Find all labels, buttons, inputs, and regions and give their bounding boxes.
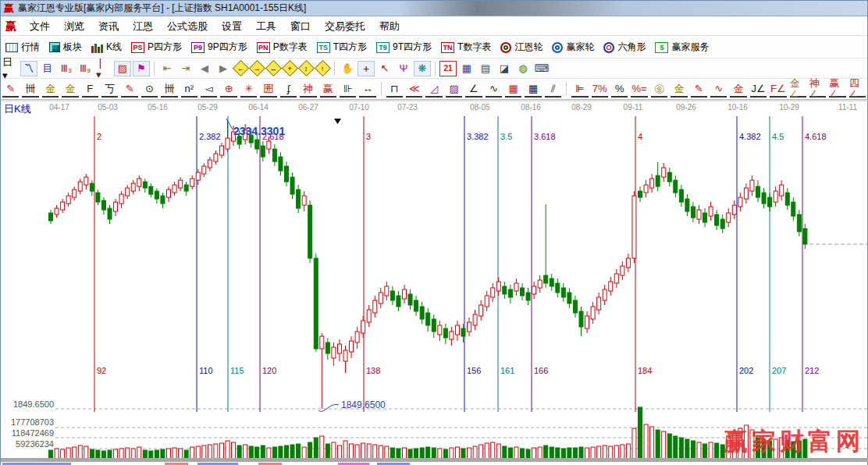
save-icon[interactable]: ◪ [496,61,513,76]
draw-tool-group2-6[interactable]: ▦ [505,81,521,98]
draw-tool-group2-1[interactable]: ≪ [406,81,422,98]
draw-tool-group3-12[interactable]: 神∠ [809,81,826,98]
draw-tool-group1-16[interactable]: 赢 [320,81,336,98]
draw-tool-group1-7[interactable]: ⊙ [141,81,158,98]
draw-tool-group3-11[interactable]: 金∠ [790,81,806,98]
toolbar-button-t-square[interactable]: TST四方形 [312,39,372,55]
toolbar-button-kline[interactable]: K线 [87,39,126,55]
draw-tool-group1-1[interactable]: 卌 [22,81,38,98]
dia-right-icon[interactable]: → [249,60,265,76]
draw-tool-group2-5[interactable]: ∿ [486,81,502,98]
draw-tool-group1-5[interactable]: 丂 [101,81,118,98]
dia-up-icon[interactable]: ↑ [315,60,331,76]
color-flag-icon[interactable]: ⚑ [133,61,150,76]
volume-bar [662,431,666,460]
first-page-icon[interactable]: ⇤ [158,61,176,76]
volume-bar [468,448,471,460]
draw-tool-group2-0[interactable]: ⊓ [386,81,403,98]
draw-tool-group1-3[interactable]: 金 [62,81,78,98]
draw-tool-group3-5[interactable]: 金 [671,81,687,98]
brain-icon[interactable]: ❋ [414,61,431,76]
calculator-icon[interactable]: ▦ [458,61,475,76]
computer-icon[interactable]: ⌨ [533,61,550,76]
draw-tool-group3-10[interactable]: F∠ [770,81,786,98]
draw-tool-group1-18[interactable]: ↔ [359,81,375,98]
draw-tool-group3-6[interactable]: ✎ [691,81,707,98]
menu-item-2[interactable]: 资讯 [91,18,126,35]
info-f10-icon[interactable]: 目 [39,61,56,76]
candlestick-chart[interactable]: 04-1705-0305-1605-2906-1406-2707-1007-23… [1,100,868,462]
hand-icon[interactable]: ✋ [339,61,356,76]
draw-tool-group1-10[interactable]: ◅ [201,81,217,98]
toolbar-button-p-square[interactable]: PSP四方形 [126,39,187,55]
candle-style-dropdown[interactable]: ❘ ▾ [95,61,112,76]
calendar21-icon[interactable]: 21 [439,61,457,76]
trend-chart-icon[interactable]: 〽 [20,61,37,76]
last-page-icon[interactable]: ⇥ [177,61,194,76]
menu-item-5[interactable]: 设置 [215,18,249,35]
draw-tool-group1-2[interactable]: 金 [42,81,59,98]
menu-item-7[interactable]: 窗口 [283,18,318,35]
small-chart3-icon[interactable]: Ⅲ₃ [58,61,75,76]
toolbar-button-hexagon[interactable]: 六角形 [599,39,650,55]
draw-tool-group3-8[interactable]: 金 [730,81,746,98]
draw-tool-group1-15[interactable]: 神 [300,81,316,98]
measure-icon[interactable]: Ψ [395,61,412,76]
dia-left-icon[interactable]: ← [233,60,249,76]
menu-item-6[interactable]: 工具 [249,18,283,35]
crosshair-icon[interactable]: ＋ [358,61,375,76]
toolbar-button-winner-service[interactable]: $赢家服务 [650,39,713,55]
draw-tool-group1-8[interactable]: 卌 [161,81,177,98]
dia-vexpand-icon[interactable]: ↕ [298,60,315,76]
menu-item-9[interactable]: 帮助 [372,18,407,35]
draw-tool-group3-7[interactable]: ∿ [710,81,727,98]
prev-icon[interactable]: ◀ [196,61,213,76]
draw-tool-group3-3[interactable]: %= [631,81,647,98]
toolbar-button-9t-square[interactable]: T99T四方形 [372,39,436,55]
draw-tool-group3-13[interactable]: 赢∠ [829,81,845,98]
toolbar-button-sectors[interactable]: 板块 [44,39,87,55]
draw-tool-group1-17[interactable]: ⊪ [340,81,356,98]
notes-icon[interactable]: ▤ [477,61,494,76]
draw-tool-group2-2[interactable]: ◿ [425,81,442,98]
web-icon[interactable]: ◍ [514,61,532,76]
toolbar-button-t-number[interactable]: TNT数字表 [436,39,496,55]
toolbar-button-quotes[interactable]: 行情 [1,39,44,55]
period-dropdown[interactable]: 日 ▾ [2,61,19,76]
draw-tool-group3-2[interactable]: % [611,81,628,98]
draw-tool-group2-4[interactable]: ∠ [465,81,482,98]
draw-tool-group3-4[interactable]: ㊎ [651,81,667,98]
region-icon[interactable]: ▨ [114,61,131,76]
pointer-icon[interactable]: ↖ [376,61,393,76]
candle-body [320,336,324,349]
date-tick-label: 08-05 [470,103,490,112]
menu-item-1[interactable]: 浏览 [57,18,91,35]
menu-item-8[interactable]: 交易委托 [318,18,372,35]
dia-hexpand-icon[interactable]: ↔ [265,60,282,76]
draw-tool-group2-8[interactable]: ⫽ [545,81,561,98]
draw-tool-group1-6[interactable]: ✎ [121,81,137,98]
draw-tool-group1-0[interactable]: ✎ [2,81,19,98]
draw-tool-group2-7[interactable]: ▦ [525,81,541,98]
draw-tool-group1-12[interactable]: ✳ [240,81,257,98]
draw-tool-group3-14[interactable]: 四∠ [849,81,866,98]
dia-plus-icon[interactable]: + [282,60,298,76]
draw-tool-group3-1[interactable]: 7% [592,81,608,98]
next-icon[interactable]: ▶ [215,61,232,76]
draw-tool-group1-9[interactable]: n² [181,81,197,98]
small-chart9-icon[interactable]: Ⅲ₉ [76,61,94,76]
draw-tool-group2-3[interactable]: ▨ [446,81,462,98]
toolbar-button-p-number[interactable]: PNP数字表 [252,39,312,55]
toolbar-button-9p-square[interactable]: P99P四方形 [187,39,252,55]
draw-tool-group3-9[interactable]: J∠ [750,81,767,98]
draw-tool-group1-13[interactable]: 囲 [260,81,276,98]
draw-tool-group1-14[interactable]: ʄ [280,81,297,98]
toolbar-button-gann-wheel[interactable]: 江恩轮 [496,39,547,55]
menu-item-4[interactable]: 公式选股 [160,18,215,35]
draw-tool-group3-0[interactable]: ⊫ [571,81,588,98]
menu-item-0[interactable]: 文件 [23,18,57,35]
draw-tool-group1-4[interactable]: F [82,81,98,98]
menu-item-3[interactable]: 江恩 [126,18,160,35]
toolbar-button-winner-wheel[interactable]: 赢家轮 [547,39,599,55]
draw-tool-group1-11[interactable]: ⊕ [220,81,237,98]
